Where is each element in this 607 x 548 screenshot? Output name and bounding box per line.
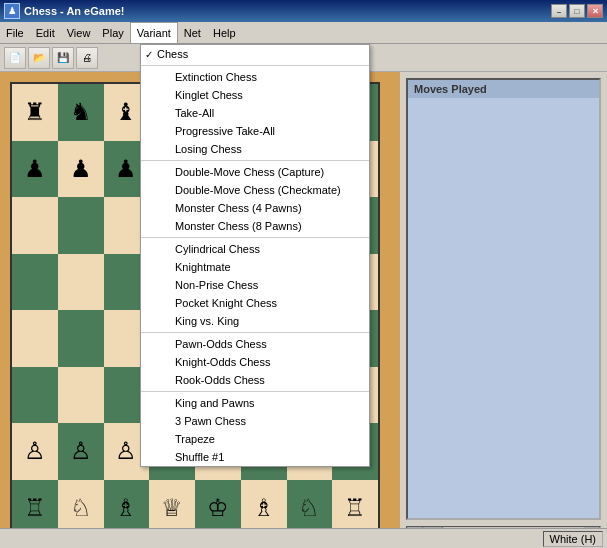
variant-menu-item-trapeze[interactable]: Trapeze bbox=[141, 430, 369, 448]
board-cell-2-1[interactable] bbox=[58, 197, 104, 254]
board-cell-5-1[interactable] bbox=[58, 367, 104, 424]
menu-item-label: King and Pawns bbox=[175, 397, 255, 409]
app-icon: ♟ bbox=[4, 3, 20, 19]
toolbar-open[interactable]: 📂 bbox=[28, 47, 50, 69]
menu-item-label: 3 Pawn Chess bbox=[175, 415, 246, 427]
menu-separator-1 bbox=[141, 65, 369, 66]
toolbar-save[interactable]: 💾 bbox=[52, 47, 74, 69]
variant-menu-item-non-prise_chess[interactable]: Non-Prise Chess bbox=[141, 276, 369, 294]
moves-played-box: Moves Played bbox=[406, 78, 601, 520]
menu-item-label: Cylindrical Chess bbox=[175, 243, 260, 255]
moves-played-title: Moves Played bbox=[408, 80, 599, 98]
menu-separator-12 bbox=[141, 237, 369, 238]
menu-item-label: Trapeze bbox=[175, 433, 215, 445]
moves-played-content bbox=[408, 98, 599, 106]
board-cell-0-1[interactable]: ♞ bbox=[58, 84, 104, 141]
board-cell-1-0[interactable]: ♟ bbox=[12, 141, 58, 198]
board-cell-1-1[interactable]: ♟ bbox=[58, 141, 104, 198]
board-cell-4-0[interactable] bbox=[12, 310, 58, 367]
variant-menu-item-cylindrical_chess[interactable]: Cylindrical Chess bbox=[141, 240, 369, 258]
board-cell-0-0[interactable]: ♜ bbox=[12, 84, 58, 141]
menu-item-label: Losing Chess bbox=[175, 143, 242, 155]
menu-file[interactable]: File bbox=[0, 22, 30, 43]
variant-menu-item-monster_chess_(8_pawns)[interactable]: Monster Chess (8 Pawns) bbox=[141, 217, 369, 235]
menu-item-label: Pocket Knight Chess bbox=[175, 297, 277, 309]
menu-item-label: Monster Chess (8 Pawns) bbox=[175, 220, 302, 232]
variant-dropdown-menu: ChessExtinction ChessKinglet ChessTake-A… bbox=[140, 44, 370, 467]
title-bar: ♟ Chess - An eGame! – □ ✕ bbox=[0, 0, 607, 22]
board-cell-4-1[interactable] bbox=[58, 310, 104, 367]
variant-menu-item-take-all[interactable]: Take-All bbox=[141, 104, 369, 122]
title-bar-buttons: – □ ✕ bbox=[551, 4, 603, 18]
menu-item-label: Double-Move Chess (Capture) bbox=[175, 166, 324, 178]
variant-menu-item-pawn-odds_chess[interactable]: Pawn-Odds Chess bbox=[141, 335, 369, 353]
menu-separator-7 bbox=[141, 160, 369, 161]
minimize-button[interactable]: – bbox=[551, 4, 567, 18]
variant-menu-item-kinglet_chess[interactable]: Kinglet Chess bbox=[141, 86, 369, 104]
menu-play[interactable]: Play bbox=[96, 22, 129, 43]
menu-item-label: Extinction Chess bbox=[175, 71, 257, 83]
menu-item-label: Knight-Odds Chess bbox=[175, 356, 270, 368]
status-white: White (H) bbox=[543, 531, 603, 547]
variant-menu-item-chess[interactable]: Chess bbox=[141, 45, 369, 63]
variant-menu-item-monster_chess_(4_pawns)[interactable]: Monster Chess (4 Pawns) bbox=[141, 199, 369, 217]
menu-separator-22 bbox=[141, 391, 369, 392]
variant-menu-item-double-move_chess_(capture)[interactable]: Double-Move Chess (Capture) bbox=[141, 163, 369, 181]
menu-view[interactable]: View bbox=[61, 22, 97, 43]
variant-menu-item-knight-odds_chess[interactable]: Knight-Odds Chess bbox=[141, 353, 369, 371]
status-bar: White (H) bbox=[0, 528, 607, 548]
menu-variant[interactable]: Variant bbox=[130, 22, 178, 43]
close-button[interactable]: ✕ bbox=[587, 4, 603, 18]
board-cell-6-1[interactable]: ♙ bbox=[58, 423, 104, 480]
menu-item-label: Non-Prise Chess bbox=[175, 279, 258, 291]
board-cell-3-0[interactable] bbox=[12, 254, 58, 311]
window-title: Chess - An eGame! bbox=[24, 5, 124, 17]
menu-bar: File Edit View Play Variant Net Help bbox=[0, 22, 607, 44]
menu-item-label: Pawn-Odds Chess bbox=[175, 338, 267, 350]
variant-menu-item-double-move_chess_(checkmate)[interactable]: Double-Move Chess (Checkmate) bbox=[141, 181, 369, 199]
board-cell-6-0[interactable]: ♙ bbox=[12, 423, 58, 480]
menu-item-label: Progressive Take-All bbox=[175, 125, 275, 137]
variant-menu-item-king_vs._king[interactable]: King vs. King bbox=[141, 312, 369, 330]
board-cell-3-1[interactable] bbox=[58, 254, 104, 311]
maximize-button[interactable]: □ bbox=[569, 4, 585, 18]
board-cell-2-0[interactable] bbox=[12, 197, 58, 254]
right-panel: Moves Played ◀ ▶ bbox=[400, 72, 607, 548]
menu-item-label: Double-Move Chess (Checkmate) bbox=[175, 184, 341, 196]
menu-net[interactable]: Net bbox=[178, 22, 207, 43]
variant-menu-item-king_and_pawns[interactable]: King and Pawns bbox=[141, 394, 369, 412]
menu-item-label: King vs. King bbox=[175, 315, 239, 327]
menu-item-label: Rook-Odds Chess bbox=[175, 374, 265, 386]
variant-menu-item-progressive_take-all[interactable]: Progressive Take-All bbox=[141, 122, 369, 140]
board-cell-5-0[interactable] bbox=[12, 367, 58, 424]
menu-item-label: Monster Chess (4 Pawns) bbox=[175, 202, 302, 214]
menu-edit[interactable]: Edit bbox=[30, 22, 61, 43]
menu-item-label: Chess bbox=[157, 48, 188, 60]
variant-menu-item-rook-odds_chess[interactable]: Rook-Odds Chess bbox=[141, 371, 369, 389]
menu-separator-18 bbox=[141, 332, 369, 333]
menu-help[interactable]: Help bbox=[207, 22, 242, 43]
menu-item-label: Shuffle #1 bbox=[175, 451, 224, 463]
toolbar-new[interactable]: 📄 bbox=[4, 47, 26, 69]
variant-menu-item-pocket_knight_chess[interactable]: Pocket Knight Chess bbox=[141, 294, 369, 312]
title-bar-left: ♟ Chess - An eGame! bbox=[4, 3, 124, 19]
variant-menu-item-shuffle_#1[interactable]: Shuffle #1 bbox=[141, 448, 369, 466]
variant-menu-item-3_pawn_chess[interactable]: 3 Pawn Chess bbox=[141, 412, 369, 430]
variant-menu-item-knightmate[interactable]: Knightmate bbox=[141, 258, 369, 276]
menu-item-label: Knightmate bbox=[175, 261, 231, 273]
variant-menu-item-extinction_chess[interactable]: Extinction Chess bbox=[141, 68, 369, 86]
toolbar-print[interactable]: 🖨 bbox=[76, 47, 98, 69]
variant-menu-item-losing_chess[interactable]: Losing Chess bbox=[141, 140, 369, 158]
menu-item-label: Take-All bbox=[175, 107, 214, 119]
menu-item-label: Kinglet Chess bbox=[175, 89, 243, 101]
